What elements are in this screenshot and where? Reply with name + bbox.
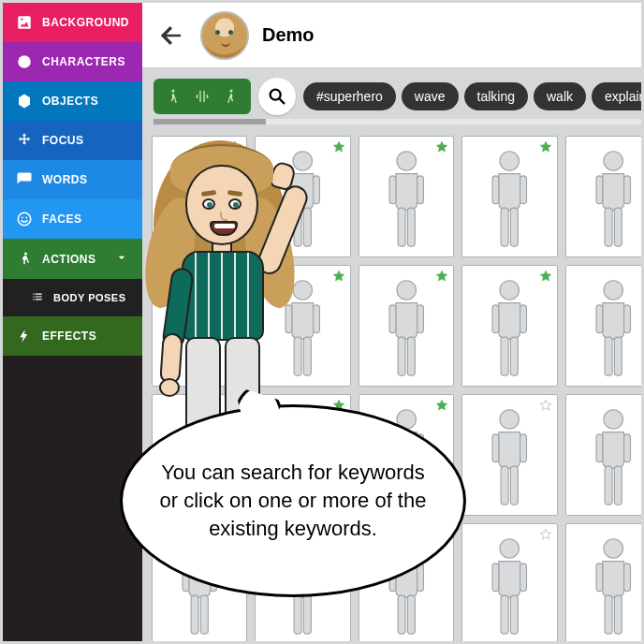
svg-point-43: [397, 281, 417, 300]
sidebar-label: WORDS: [42, 173, 88, 186]
pose-tile[interactable]: [359, 265, 454, 387]
pose-figure: [470, 534, 549, 640]
svg-rect-39: [285, 305, 292, 333]
pose-tile[interactable]: [461, 265, 557, 387]
svg-rect-46: [398, 337, 405, 375]
svg-point-8: [190, 152, 210, 171]
svg-rect-96: [398, 595, 405, 634]
search-button[interactable]: [258, 78, 296, 115]
pose-figure: [263, 146, 342, 253]
tag-wave[interactable]: wave: [402, 82, 459, 110]
svg-rect-54: [596, 305, 603, 333]
svg-rect-80: [624, 434, 631, 462]
svg-rect-102: [511, 595, 519, 634]
pose-tile[interactable]: [255, 265, 350, 387]
svg-rect-91: [295, 595, 302, 634]
svg-rect-10: [211, 176, 217, 204]
bubble-tail: [234, 386, 277, 421]
svg-point-2: [22, 217, 23, 219]
svg-rect-45: [417, 305, 424, 333]
search-icon: [267, 86, 287, 107]
pose-direction-toggle[interactable]: [154, 79, 251, 114]
svg-rect-75: [520, 434, 527, 462]
svg-rect-57: [614, 337, 622, 375]
pose-tile[interactable]: [152, 265, 247, 387]
svg-rect-36: [191, 337, 198, 375]
pose-tile[interactable]: [565, 136, 644, 257]
svg-rect-12: [200, 208, 208, 246]
svg-rect-44: [389, 305, 396, 333]
pose-tile[interactable]: [461, 523, 557, 641]
svg-rect-20: [417, 176, 424, 204]
bubble-text: You can search for keywords or click on …: [120, 404, 466, 597]
svg-rect-29: [596, 176, 603, 204]
svg-rect-99: [492, 564, 499, 592]
svg-rect-47: [407, 337, 415, 375]
sidebar-label: CHARACTERS: [42, 55, 125, 68]
svg-point-48: [500, 281, 520, 300]
pose-figure: [574, 275, 644, 382]
pose-figure: [470, 404, 549, 511]
svg-rect-104: [596, 564, 603, 592]
svg-rect-24: [492, 176, 499, 204]
back-button[interactable]: [155, 20, 187, 51]
svg-rect-26: [502, 208, 509, 246]
pose-tile[interactable]: [565, 265, 644, 387]
tag-explain[interactable]: explain: [592, 82, 644, 110]
svg-point-23: [500, 152, 520, 171]
sidebar-item-words[interactable]: WORDS: [3, 160, 142, 199]
scrollbar-thumb[interactable]: [154, 119, 266, 124]
svg-rect-40: [314, 305, 320, 333]
svg-rect-81: [605, 466, 612, 505]
pose-tile[interactable]: [461, 394, 557, 516]
sidebar-item-actions[interactable]: ACTIONS: [3, 239, 142, 279]
svg-rect-86: [191, 595, 198, 634]
pose-tile[interactable]: [565, 394, 644, 516]
run-icon: [16, 251, 33, 268]
pose-tile[interactable]: [461, 136, 557, 257]
pose-figure: [574, 146, 644, 253]
svg-rect-42: [304, 337, 312, 375]
pose-tile[interactable]: [152, 136, 247, 257]
svg-rect-50: [520, 305, 527, 333]
svg-point-28: [604, 152, 623, 171]
svg-rect-79: [596, 434, 603, 462]
svg-rect-22: [407, 208, 415, 246]
chevron-down-icon: [114, 250, 129, 268]
svg-point-38: [293, 281, 313, 300]
svg-rect-97: [407, 595, 415, 634]
pose-tile[interactable]: [359, 136, 454, 257]
pose-tile[interactable]: [255, 136, 350, 257]
sidebar-sub-label: BODY POSES: [53, 292, 126, 303]
sidebar-subitem-effects[interactable]: EFFECTS: [3, 316, 142, 356]
sidebar-item-characters[interactable]: CHARACTERS: [3, 42, 142, 81]
svg-point-73: [500, 410, 520, 430]
tag-list: #superhero wave talking walk explain: [303, 82, 644, 110]
sidebar-subitem-body-poses[interactable]: BODY POSES: [3, 279, 142, 316]
svg-rect-19: [389, 176, 396, 204]
sidebar-sub-label: EFFECTS: [42, 329, 96, 343]
svg-rect-101: [502, 595, 509, 634]
tag-walk[interactable]: walk: [534, 82, 586, 110]
avatar[interactable]: [200, 11, 249, 60]
sidebar-item-objects[interactable]: OBJECTS: [3, 81, 142, 121]
svg-rect-77: [511, 466, 519, 505]
svg-rect-100: [520, 564, 527, 592]
sidebar-label: OBJECTS: [42, 95, 98, 108]
page-title: Demo: [262, 24, 315, 46]
pose-figure: [574, 534, 644, 640]
svg-rect-51: [502, 337, 509, 375]
sidebar-item-focus[interactable]: FOCUS: [3, 121, 142, 160]
svg-rect-76: [502, 466, 509, 505]
smiley-icon: [16, 211, 33, 227]
chat-icon: [16, 171, 33, 188]
svg-point-6: [230, 90, 233, 93]
svg-point-0: [18, 55, 31, 68]
tag-talking[interactable]: talking: [464, 82, 528, 110]
svg-point-13: [293, 152, 313, 171]
sidebar-item-background[interactable]: BACKGROUND: [3, 3, 142, 42]
sidebar-label: BACKGROUND: [42, 16, 129, 29]
tag-superhero[interactable]: #superhero: [303, 82, 396, 110]
sidebar-item-faces[interactable]: FACES: [3, 199, 142, 239]
pose-tile[interactable]: [565, 523, 644, 641]
